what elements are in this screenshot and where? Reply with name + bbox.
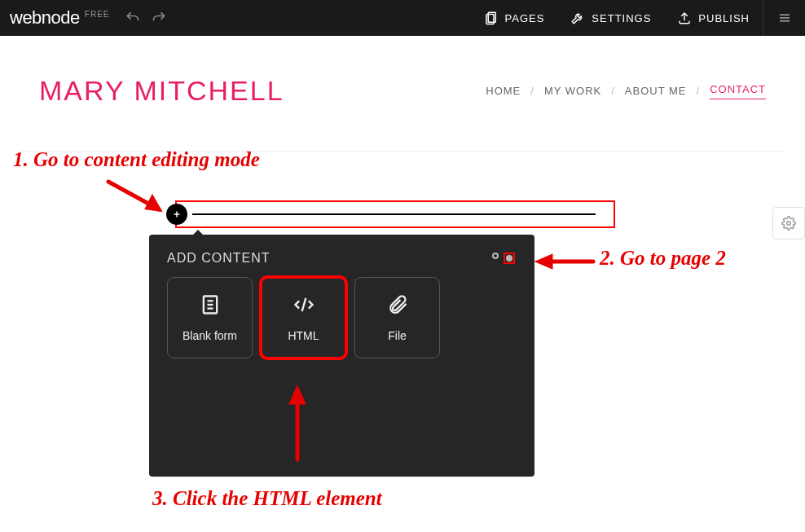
annotation-step2: 2. Go to page 2 [600, 247, 726, 270]
content-tiles: Blank form HTML File [167, 277, 517, 358]
insert-line [192, 213, 596, 215]
brand-text: webnode [10, 7, 80, 29]
site-title[interactable]: MARY MITCHELL [39, 75, 284, 107]
history-controls [122, 7, 169, 29]
svg-marker-19 [292, 389, 303, 402]
redo-button[interactable] [148, 7, 169, 29]
hamburger-icon [777, 11, 792, 25]
hamburger-menu-button[interactable] [763, 0, 805, 36]
plan-badge: FREE [85, 10, 110, 19]
tile-label: File [388, 329, 407, 342]
upload-icon [677, 11, 692, 25]
annotation-arrow-2 [534, 252, 598, 275]
annotation-step1: 1. Go to content editing mode [13, 148, 260, 171]
tile-html[interactable]: HTML [261, 277, 346, 358]
app-topbar: webnode FREE PAGES SETTINGS PUBLISH [0, 0, 805, 36]
nav-separator: / [530, 85, 534, 97]
pagination-dot-1[interactable] [492, 253, 499, 259]
nav-contact[interactable]: CONTACT [710, 83, 766, 99]
pages-icon [484, 11, 499, 25]
publish-label: PUBLISH [698, 12, 750, 24]
pagination-dot-2[interactable] [506, 255, 512, 262]
tile-label: Blank form [183, 329, 237, 342]
wrench-icon [570, 11, 585, 25]
nav-about-me[interactable]: ABOUT ME [625, 85, 687, 97]
annotation-step3: 3. Click the HTML element [152, 487, 382, 510]
tile-file[interactable]: File [354, 277, 440, 358]
tile-label: HTML [288, 329, 319, 342]
annotation-highlight-page2 [504, 253, 515, 264]
svg-point-6 [787, 222, 791, 226]
tile-blank-form[interactable]: Blank form [167, 277, 253, 358]
paperclip-icon [386, 293, 409, 316]
page-header: MARY MITCHELL HOME / MY WORK / ABOUT ME … [20, 36, 785, 126]
annotation-arrow-3 [285, 385, 310, 469]
pages-label: PAGES [505, 12, 545, 24]
brand-logo[interactable]: webnode FREE [10, 7, 109, 29]
pages-button[interactable]: PAGES [471, 0, 558, 36]
insert-content-handle[interactable] [175, 200, 615, 228]
settings-button[interactable]: SETTINGS [557, 0, 664, 36]
panel-title: ADD CONTENT [167, 251, 271, 266]
nav-my-work[interactable]: MY WORK [544, 85, 601, 97]
settings-label: SETTINGS [592, 12, 651, 24]
svg-marker-15 [147, 198, 159, 209]
nav-separator: / [697, 85, 701, 97]
publish-button[interactable]: PUBLISH [664, 0, 763, 36]
gear-icon [781, 216, 796, 231]
svg-line-13 [301, 298, 306, 311]
annotation-arrow-1 [102, 175, 175, 227]
add-content-panel: ADD CONTENT Blank form HTML File [149, 235, 534, 477]
site-nav: HOME / MY WORK / ABOUT ME / CONTACT [486, 83, 766, 99]
nav-home[interactable]: HOME [486, 85, 521, 97]
undo-button[interactable] [122, 7, 143, 29]
nav-separator: / [611, 85, 615, 97]
section-settings-button[interactable] [772, 207, 805, 240]
panel-pagination [490, 251, 517, 266]
svg-marker-17 [539, 257, 551, 266]
form-icon [199, 293, 222, 316]
code-icon [290, 293, 318, 316]
